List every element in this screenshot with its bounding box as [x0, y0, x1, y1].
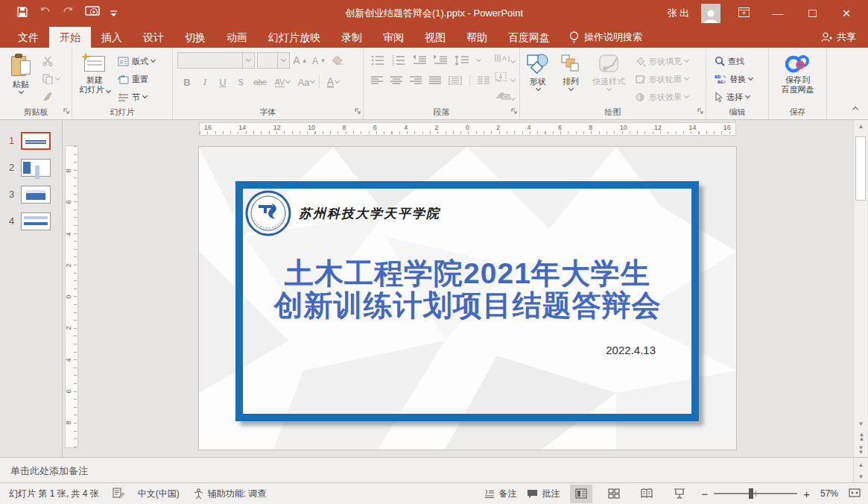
slideshow-view-button[interactable] [668, 485, 691, 503]
character-spacing-button[interactable]: AV [271, 75, 294, 89]
slide-canvas[interactable]: 苏州科技大学天平学院 土木工程学院2021年大学生 创新训练计划项目结题答辩会 … [199, 147, 736, 450]
new-slide-button[interactable]: 新建幻灯片 [74, 51, 115, 106]
zoom-out-button[interactable]: − [701, 488, 708, 500]
accessibility-checker[interactable]: 辅助功能: 调查 [193, 488, 267, 500]
tell-me-search[interactable]: 操作说明搜索 [560, 27, 651, 48]
slide-thumbnail[interactable]: 3 [0, 181, 62, 208]
shape-fill-button[interactable]: 形状填充 [633, 54, 691, 69]
underline-button[interactable]: U [215, 75, 231, 89]
clear-formatting-button[interactable] [329, 53, 346, 68]
font-size-combo[interactable] [257, 52, 290, 69]
shape-outline-button[interactable]: 形状轮廓 [633, 72, 691, 86]
ribbon-tab[interactable]: 开始 [49, 27, 91, 48]
ribbon-tab[interactable]: 动画 [216, 27, 258, 48]
shape-effects-button[interactable]: 形状效果 [633, 89, 691, 104]
save-to-baidu-button[interactable]: 保存到百度网盘 [773, 51, 823, 106]
notes-toggle[interactable]: 备注 [484, 488, 516, 500]
start-slideshow-icon[interactable] [85, 6, 100, 21]
customize-qat-icon[interactable] [110, 7, 117, 20]
justify-icon[interactable] [429, 76, 441, 85]
italic-button[interactable]: I [197, 75, 213, 89]
decrease-indent-icon[interactable] [413, 55, 426, 66]
ribbon-display-options-icon[interactable] [732, 0, 755, 27]
shapes-button[interactable]: 形状 [522, 51, 554, 106]
reading-view-button[interactable] [636, 485, 658, 503]
cut-button[interactable] [40, 54, 62, 69]
strikethrough-button[interactable]: abc [250, 75, 270, 89]
copy-button[interactable] [40, 72, 62, 86]
share-button[interactable]: 共享 [808, 27, 868, 48]
align-text-button[interactable] [495, 71, 515, 84]
language-indicator[interactable]: 中文(中国) [138, 488, 180, 500]
font-name-combo[interactable] [177, 52, 255, 69]
slide-thumbnail[interactable]: 4 [0, 208, 62, 235]
slide-thumbnail[interactable]: 1 [0, 127, 62, 154]
ribbon-tab[interactable]: 百度网盘 [498, 27, 560, 48]
slide-counter[interactable]: 幻灯片 第 1 张, 共 4 张 [9, 488, 99, 500]
replace-button[interactable]: abac 替换 [712, 72, 755, 86]
redo-icon[interactable] [63, 7, 75, 20]
distribute-columns-icon[interactable] [449, 76, 462, 85]
close-button[interactable]: × [835, 0, 858, 27]
quick-styles-button[interactable]: 快速样式 [587, 51, 630, 106]
increase-indent-icon[interactable] [434, 55, 447, 66]
comments-toggle[interactable]: 批注 [527, 488, 560, 500]
convert-smartart-button[interactable] [495, 89, 515, 103]
fit-slide-to-window-icon[interactable] [849, 488, 861, 500]
paste-button[interactable]: 粘贴 [1, 51, 40, 106]
notes-scroll-down-icon[interactable]: ▼ [854, 470, 868, 482]
ribbon-tab[interactable]: 切换 [174, 27, 216, 48]
zoom-in-button[interactable]: + [803, 488, 810, 500]
bullets-icon[interactable] [371, 55, 384, 66]
drawing-dialog-launcher-icon[interactable] [697, 104, 703, 117]
ribbon-tab[interactable]: 审阅 [373, 27, 414, 48]
avatar[interactable] [701, 4, 720, 23]
slide-sorter-view-button[interactable] [603, 485, 625, 503]
slide-date[interactable]: 2022.4.13 [606, 344, 656, 356]
change-case-button[interactable]: Aa [295, 75, 317, 89]
ribbon-tab[interactable]: 录制 [331, 27, 373, 48]
zoom-slider[interactable]: − + [701, 488, 810, 500]
minimize-button[interactable]: — [767, 0, 789, 27]
numbering-icon[interactable]: 123 [392, 55, 405, 66]
ribbon-tab[interactable]: 设计 [133, 27, 174, 48]
normal-view-button[interactable] [570, 485, 592, 503]
zoom-level[interactable]: 57% [820, 488, 838, 499]
spellcheck-icon[interactable] [113, 488, 124, 500]
maximize-button[interactable] [801, 0, 823, 27]
scrollbar-thumb[interactable] [855, 136, 866, 201]
align-left-icon[interactable] [371, 76, 383, 85]
line-spacing-icon[interactable] [454, 55, 469, 66]
arrange-button[interactable]: 排列 [554, 51, 587, 106]
notes-pane[interactable]: 单击此处添加备注 ▲ ▼ [0, 457, 868, 482]
text-direction-button[interactable]: A [495, 52, 515, 66]
columns-icon[interactable] [478, 76, 490, 85]
save-icon[interactable] [16, 6, 28, 21]
user-name[interactable]: 张 出 [667, 7, 689, 20]
ribbon-tab[interactable]: 视图 [414, 27, 456, 48]
format-painter-button[interactable] [40, 89, 62, 104]
collapse-ribbon-icon[interactable] [852, 107, 858, 113]
text-shadow-button[interactable]: S [232, 75, 249, 89]
next-slide-button[interactable]: ▼▼ [854, 444, 868, 457]
align-right-icon[interactable] [410, 76, 422, 85]
font-color-button[interactable]: A [321, 75, 345, 89]
font-dialog-launcher-icon[interactable] [355, 104, 361, 117]
section-button[interactable]: 节 [115, 89, 157, 104]
paragraph-dialog-launcher-icon[interactable] [511, 104, 517, 117]
select-button[interactable]: 选择 [712, 89, 755, 104]
notes-placeholder[interactable]: 单击此处添加备注 [0, 458, 868, 478]
grow-font-button[interactable]: A▲ [292, 53, 308, 68]
previous-slide-button[interactable]: ▲▲ [854, 430, 868, 444]
slide-title[interactable]: 土木工程学院2021年大学生 创新训练计划项目结题答辩会 [244, 257, 691, 321]
align-center-icon[interactable] [390, 76, 402, 85]
bold-button[interactable]: B [179, 75, 195, 89]
clipboard-dialog-launcher-icon[interactable] [63, 104, 69, 117]
zoom-track[interactable] [714, 493, 797, 494]
ribbon-tab[interactable]: 插入 [91, 27, 133, 48]
slide-thumbnail[interactable]: 2 [0, 154, 62, 181]
ribbon-tab[interactable]: 幻灯片放映 [258, 27, 331, 48]
scroll-down-icon[interactable]: ▼ [854, 418, 868, 430]
ribbon-tab[interactable]: 帮助 [456, 27, 498, 48]
notes-scroll-up-icon[interactable]: ▲ [854, 459, 868, 470]
